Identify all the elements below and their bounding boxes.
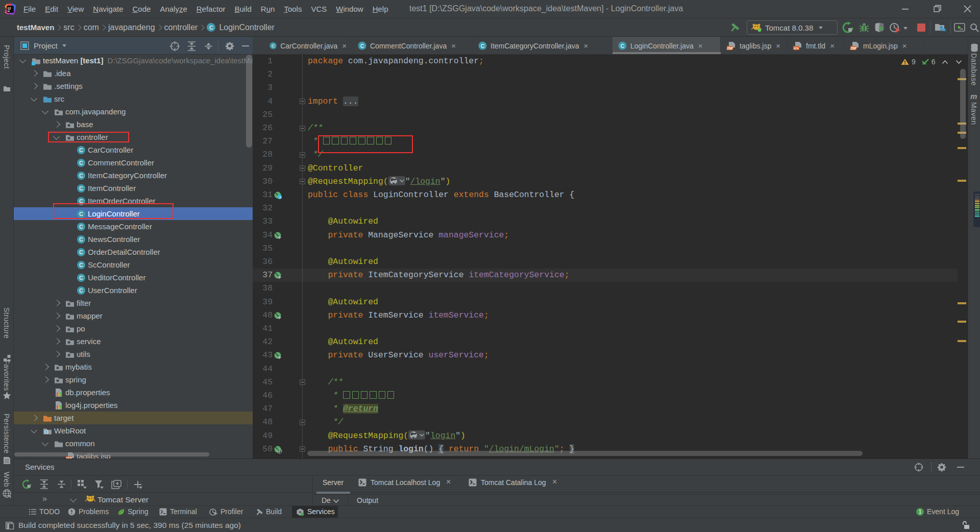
svg-text:C: C: [272, 43, 275, 49]
svg-text:C: C: [79, 275, 83, 281]
svg-text:C: C: [621, 43, 625, 49]
svg-text:JSP: JSP: [727, 46, 733, 50]
svg-text:C: C: [79, 147, 83, 153]
svg-text:C: C: [481, 43, 485, 49]
svg-text:<>: <>: [794, 45, 799, 50]
svg-text:C: C: [79, 173, 83, 179]
svg-text:C: C: [360, 43, 364, 49]
svg-text:C: C: [79, 287, 83, 294]
svg-text:C: C: [79, 224, 83, 230]
svg-text:C: C: [79, 160, 83, 166]
svg-text:C: C: [79, 249, 83, 255]
svg-text:C: C: [79, 236, 83, 243]
svg-text:C: C: [79, 262, 83, 268]
svg-text:JSP: JSP: [850, 46, 857, 50]
svg-text:IJ: IJ: [8, 7, 11, 10]
svg-text:C: C: [79, 185, 83, 191]
